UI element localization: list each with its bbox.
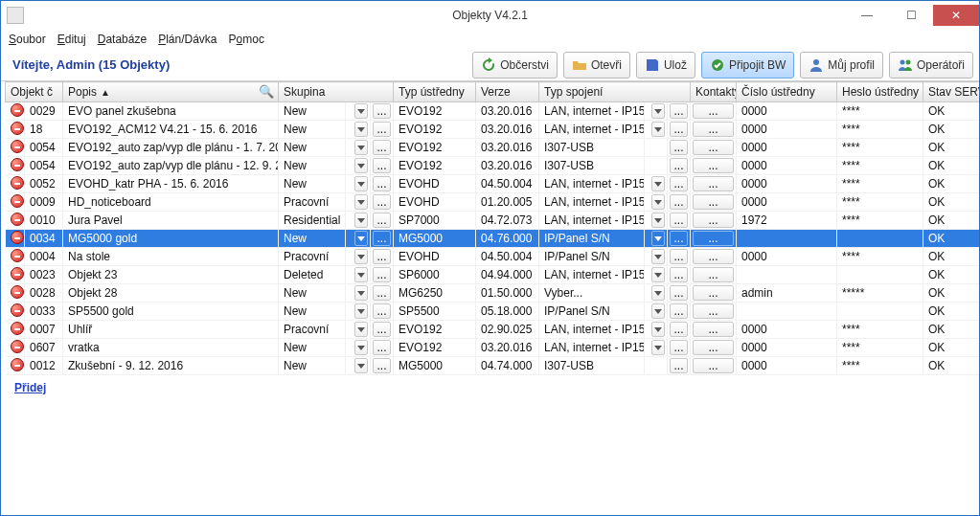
chevron-down-icon[interactable] [651, 249, 665, 264]
heslo-cell[interactable]: **** [837, 157, 923, 175]
heslo-cell[interactable]: **** [837, 193, 923, 212]
popis-cell[interactable]: Objekt 28 [63, 284, 279, 303]
skupina-cell[interactable]: Pracovní [279, 321, 346, 339]
skupina-edit-button[interactable]: ... [371, 102, 394, 121]
cislo-cell[interactable] [737, 266, 837, 284]
table-row[interactable]: 0054EVO192_auto zap/vyp dle plánu - 12. … [6, 157, 980, 175]
ellipsis-icon[interactable]: ... [670, 303, 688, 319]
spoj-cell[interactable]: LAN, internet - IP150 [539, 212, 645, 230]
col-stav[interactable]: Stav SERVERU [923, 82, 979, 102]
table-row[interactable]: 0029EVO panel zkušebnaNew...EVO19203.20.… [6, 102, 980, 121]
ellipsis-icon[interactable]: ... [670, 213, 688, 228]
spoj-dropdown[interactable] [645, 193, 668, 212]
spoj-cell[interactable]: I307-USB [539, 139, 645, 157]
chevron-down-icon[interactable] [354, 176, 368, 191]
ellipsis-icon[interactable]: ... [693, 303, 734, 319]
ellipsis-icon[interactable]: ... [670, 176, 688, 191]
search-icon[interactable]: 🔍 [259, 84, 274, 99]
chevron-down-icon[interactable] [354, 285, 368, 301]
ellipsis-icon[interactable]: ... [373, 140, 391, 155]
skupina-cell[interactable]: New [279, 339, 346, 357]
cislo-cell[interactable]: 0000 [737, 139, 837, 157]
menu-edituj[interactable]: Edituj [57, 33, 86, 46]
skupina-dropdown[interactable] [346, 175, 371, 193]
col-popis[interactable]: Popis▲🔍 [63, 82, 279, 102]
heslo-cell[interactable]: **** [837, 339, 923, 357]
spoj-dropdown[interactable] [645, 139, 668, 157]
skupina-edit-button[interactable]: ... [371, 139, 394, 157]
heslo-cell[interactable]: ***** [837, 284, 923, 303]
spoj-edit-button[interactable]: ... [668, 102, 691, 121]
ellipsis-icon[interactable]: ... [693, 358, 734, 373]
spoj-cell[interactable]: LAN, internet - IP150 [539, 339, 645, 357]
spoj-cell[interactable]: I307-USB [539, 357, 645, 375]
ellipsis-icon[interactable]: ... [373, 322, 391, 337]
col-skupina[interactable]: Skupina [279, 82, 394, 102]
ellipsis-icon[interactable]: ... [693, 249, 734, 264]
chevron-down-icon[interactable] [651, 194, 665, 210]
chevron-down-icon[interactable] [651, 340, 665, 355]
kontakty-button[interactable]: ... [691, 212, 737, 230]
col-cislo[interactable]: Číslo ústředny [737, 82, 837, 102]
spoj-dropdown[interactable] [645, 212, 668, 230]
spoj-cell[interactable]: LAN, internet - IP150 [539, 193, 645, 212]
skupina-dropdown[interactable] [346, 193, 371, 212]
spoj-dropdown[interactable] [645, 248, 668, 266]
skupina-cell[interactable]: New [279, 121, 346, 139]
ellipsis-icon[interactable]: ... [670, 267, 688, 282]
cislo-cell[interactable]: 0000 [737, 193, 837, 212]
refresh-button[interactable]: Občerstvi [472, 52, 558, 79]
kontakty-button[interactable]: ... [691, 248, 737, 266]
spoj-edit-button[interactable]: ... [668, 193, 691, 212]
close-button[interactable]: ✕ [933, 5, 979, 26]
spoj-cell[interactable]: IP/Panel S/N [539, 230, 645, 248]
heslo-cell[interactable]: **** [837, 212, 923, 230]
popis-cell[interactable]: vratka [63, 339, 279, 357]
cislo-cell[interactable] [737, 230, 837, 248]
skupina-dropdown[interactable] [346, 102, 371, 121]
spoj-edit-button[interactable]: ... [668, 230, 691, 248]
ellipsis-icon[interactable]: ... [373, 194, 391, 210]
skupina-edit-button[interactable]: ... [371, 321, 394, 339]
spoj-edit-button[interactable]: ... [668, 121, 691, 139]
table-row[interactable]: 0009HD_noticeboardPracovní...EVOHD01.20.… [6, 193, 980, 212]
spoj-cell[interactable]: LAN, internet - IP150 [539, 321, 645, 339]
chevron-down-icon[interactable] [354, 358, 368, 373]
heslo-cell[interactable]: **** [837, 121, 923, 139]
spoj-dropdown[interactable] [645, 357, 668, 375]
skupina-edit-button[interactable]: ... [371, 230, 394, 248]
spoj-edit-button[interactable]: ... [668, 321, 691, 339]
skupina-dropdown[interactable] [346, 303, 371, 321]
skupina-cell[interactable]: Pracovní [279, 248, 346, 266]
popis-cell[interactable]: EVO192_ACM12 V4.21 - 15. 6. 2016 [63, 121, 279, 139]
skupina-cell[interactable]: New [279, 102, 346, 121]
ellipsis-icon[interactable]: ... [670, 158, 688, 173]
ellipsis-icon[interactable]: ... [373, 267, 391, 282]
heslo-cell[interactable] [837, 303, 923, 321]
menu-databaze[interactable]: Databáze [98, 33, 147, 46]
popis-cell[interactable]: MG5000 gold [63, 230, 279, 248]
chevron-down-icon[interactable] [651, 213, 665, 228]
ellipsis-icon[interactable]: ... [670, 249, 688, 264]
ellipsis-icon[interactable]: ... [373, 122, 391, 137]
chevron-down-icon[interactable] [651, 322, 665, 337]
spoj-edit-button[interactable]: ... [668, 157, 691, 175]
ellipsis-icon[interactable]: ... [373, 340, 391, 355]
spoj-cell[interactable]: LAN, internet - IP150 [539, 175, 645, 193]
ellipsis-icon[interactable]: ... [693, 122, 734, 137]
chevron-down-icon[interactable] [354, 322, 368, 337]
spoj-dropdown[interactable] [645, 303, 668, 321]
spoj-cell[interactable]: I307-USB [539, 157, 645, 175]
skupina-cell[interactable]: Pracovní [279, 193, 346, 212]
skupina-cell[interactable]: New [279, 230, 346, 248]
ellipsis-icon[interactable]: ... [693, 267, 734, 282]
kontakty-button[interactable]: ... [691, 339, 737, 357]
cislo-cell[interactable]: 0000 [737, 339, 837, 357]
cislo-cell[interactable]: 0000 [737, 175, 837, 193]
skupina-edit-button[interactable]: ... [371, 303, 394, 321]
kontakty-button[interactable]: ... [691, 321, 737, 339]
menu-soubor[interactable]: Soubor [9, 33, 46, 46]
chevron-down-icon[interactable] [354, 140, 368, 155]
popis-cell[interactable]: Na stole [63, 248, 279, 266]
ellipsis-icon[interactable]: ... [670, 194, 688, 210]
